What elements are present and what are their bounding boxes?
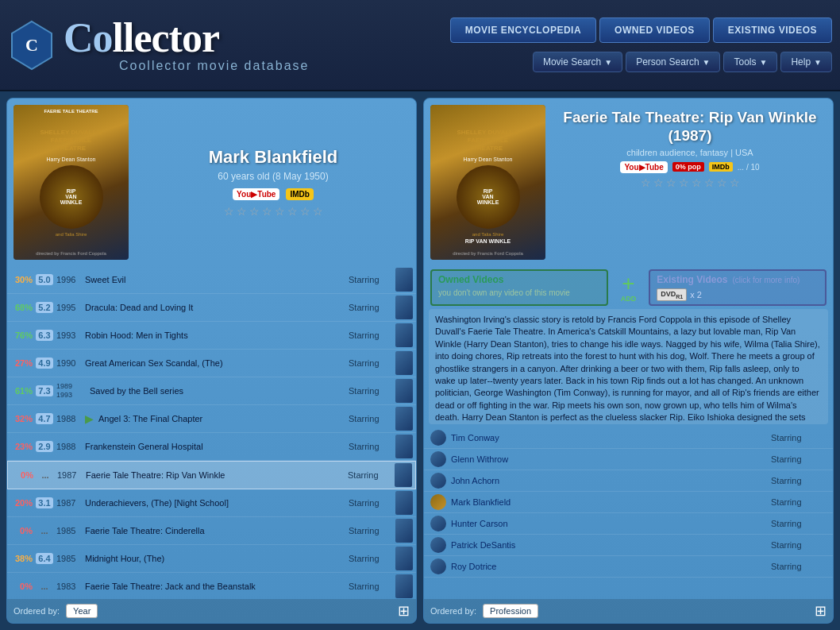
film-year: 1987 [56, 498, 82, 508]
owned-videos-btn[interactable]: OWNED VIDEOS [599, 17, 710, 43]
movie-ratings-row: You▶Tube 0% pop IMDb ... / 10 [553, 161, 827, 173]
cast-name[interactable]: Mark Blankfield [451, 497, 766, 507]
movie-description: Washington Irving's classic story is ret… [429, 309, 828, 424]
youtube-link[interactable]: You▶Tube [233, 188, 279, 200]
film-rating: ... [36, 581, 53, 592]
person-panel: SHELLEY DUVALL'SFAERIE TALE THEATRE Harr… [6, 98, 417, 624]
film-year: 1983 [56, 582, 82, 591]
film-role: Starring [349, 526, 392, 535]
movie-search-btn[interactable]: Movie Search▼ [533, 52, 622, 72]
person-header: SHELLEY DUVALL'SFAERIE TALE THEATRE Harr… [7, 99, 416, 266]
cast-list-item[interactable]: John Achorn Starring [424, 470, 833, 492]
owned-videos-title: Owned Videos [438, 274, 600, 285]
film-list-item[interactable]: 32% 4.7 1988 ▶ Angel 3: The Final Chapte… [7, 405, 416, 433]
film-rating: 5.0 [36, 274, 53, 285]
film-list-item[interactable]: 30% 5.0 1996 Sweet Evil Starring [7, 266, 416, 294]
ordered-by-year[interactable]: Year [66, 604, 98, 618]
film-pct: 27% [10, 358, 33, 368]
ordered-by-label-person: Ordered by: [13, 606, 60, 616]
film-year: 1988 [56, 414, 82, 423]
film-rating: 5.2 [36, 302, 53, 313]
add-video-btn[interactable]: + ADD [615, 269, 643, 306]
film-list-item[interactable]: 68% 5.2 1995 Dracula: Dead and Loving It… [7, 294, 416, 322]
person-poster-image: SHELLEY DUVALL'SFAERIE TALE THEATRE Harr… [13, 105, 129, 260]
person-search-btn[interactable]: Person Search▼ [626, 52, 720, 72]
film-pct: 30% [10, 275, 33, 284]
imdb-link[interactable]: IMDb [286, 188, 313, 200]
film-rating: 3.1 [36, 497, 53, 508]
movie-meta: children audience, fantasy | USA [553, 148, 827, 157]
cast-name[interactable]: Glenn Withrow [451, 454, 766, 464]
cast-avatar [430, 494, 446, 510]
film-list-item[interactable]: 76% 6.3 1993 Robin Hood: Men in Tights S… [7, 322, 416, 350]
existing-videos-btn[interactable]: EXISTING VIDEOS [713, 17, 832, 43]
film-title: Sweet Evil [85, 275, 345, 284]
film-list-item[interactable]: 61% 7.3 19891993 Saved by the Bell serie… [7, 377, 416, 405]
film-title: Faerie Tale Theatre: Rip Van Winkle [86, 470, 345, 480]
film-rating: 6.3 [36, 330, 53, 341]
grid-view-icon-movie[interactable]: ⊞ [815, 602, 827, 620]
cast-role: Starring [771, 476, 827, 485]
film-list-item[interactable]: 0% ... 1985 Faerie Tale Theatre: Cindere… [7, 517, 416, 545]
cast-name[interactable]: John Achorn [451, 476, 766, 485]
tools-btn[interactable]: Tools▼ [723, 52, 777, 72]
film-list-item[interactable]: 20% 3.1 1987 Underachievers, (The) [Nigh… [7, 489, 416, 517]
cast-avatar [430, 430, 446, 446]
logo-title: Collector [64, 17, 309, 59]
person-name: Mark Blankfield [209, 147, 338, 168]
cast-list-item[interactable]: Roy Dotrice Starring [424, 556, 833, 578]
film-list-item[interactable]: 27% 4.9 1990 Great American Sex Scandal,… [7, 350, 416, 377]
add-plus-icon: + [622, 272, 634, 295]
cast-avatar [430, 473, 446, 489]
help-btn[interactable]: Help▼ [780, 52, 832, 72]
film-list-item[interactable]: 0% ... 1987 Faerie Tale Theatre: Rip Van… [7, 461, 416, 489]
svg-text:C: C [25, 35, 38, 55]
logo-icon: C [8, 17, 56, 73]
cast-avatar [430, 516, 446, 531]
cast-name[interactable]: Patrick DeSantis [451, 540, 766, 550]
film-role: Starring [349, 330, 392, 340]
main-content: SHELLEY DUVALL'SFAERIE TALE THEATRE Harr… [0, 91, 840, 630]
film-rating: 2.9 [36, 441, 53, 452]
cast-list-item[interactable]: Hunter Carson Starring [424, 513, 833, 535]
movie-header: SHELLEY DUVALL'SFAERIE TALE THEATRE Harr… [424, 99, 833, 266]
cast-list-item[interactable]: Mark Blankfield Starring [424, 492, 833, 513]
movie-encyclopedia-btn[interactable]: MOVIE ENCYCLOPEDIA [450, 17, 596, 43]
cast-role: Starring [771, 433, 827, 443]
existing-videos-box[interactable]: Existing Videos (click for more info) DV… [649, 269, 827, 306]
grid-view-icon-person[interactable]: ⊞ [398, 602, 410, 620]
film-title: Underachievers, (The) [Night School] [85, 498, 345, 508]
cast-avatar [430, 558, 446, 574]
cast-list[interactable]: Tim Conway Starring Glenn Withrow Starri… [424, 427, 833, 599]
cast-role: Starring [771, 540, 827, 550]
movie-youtube-link[interactable]: You▶Tube [620, 161, 667, 173]
film-list-item[interactable]: 0% ... 1983 Faerie Tale Theatre: Jack an… [7, 573, 416, 599]
film-list-item[interactable]: 23% 2.9 1988 Frankenstein General Hospit… [7, 433, 416, 461]
film-role: Starring [349, 414, 392, 423]
cast-name[interactable]: Tim Conway [451, 433, 766, 443]
dvd-badge: DVDR1 x 2 [657, 288, 702, 301]
person-links: You▶Tube IMDb [233, 188, 314, 200]
film-rating: 4.9 [36, 358, 53, 369]
ordered-by-profession[interactable]: Profession [483, 604, 538, 618]
movie-info: Faerie Tale Theatre: Rip Van Winkle (198… [553, 105, 827, 260]
film-list[interactable]: 30% 5.0 1996 Sweet Evil Starring 68% 5.2… [7, 266, 416, 599]
film-role: Starring [349, 303, 392, 312]
cast-list-item[interactable]: Glenn Withrow Starring [424, 449, 833, 470]
film-role: Starring [349, 386, 392, 396]
film-list-item[interactable]: 38% 6.4 1985 Midnight Hour, (The) Starri… [7, 545, 416, 573]
film-title: Robin Hood: Men in Tights [85, 330, 345, 340]
existing-videos-title: Existing Videos [657, 274, 727, 285]
movie-stars: ☆ ☆ ☆ ☆ ☆ ☆ ☆ ☆ [553, 176, 827, 189]
cast-name[interactable]: Hunter Carson [451, 519, 766, 528]
film-year: 1985 [56, 526, 82, 535]
person-bottom-bar: Ordered by: Year ⊞ [7, 599, 416, 623]
cast-list-item[interactable]: Patrick DeSantis Starring [424, 535, 833, 556]
filmography: 30% 5.0 1996 Sweet Evil Starring 68% 5.2… [7, 266, 416, 599]
cast-list-item[interactable]: Tim Conway Starring [424, 427, 833, 449]
film-pct: 23% [10, 442, 33, 451]
imdb-score-badge[interactable]: IMDb [709, 162, 733, 172]
cast-name[interactable]: Roy Dotrice [451, 562, 766, 571]
film-thumb [395, 268, 413, 292]
film-pct: 68% [10, 303, 33, 312]
